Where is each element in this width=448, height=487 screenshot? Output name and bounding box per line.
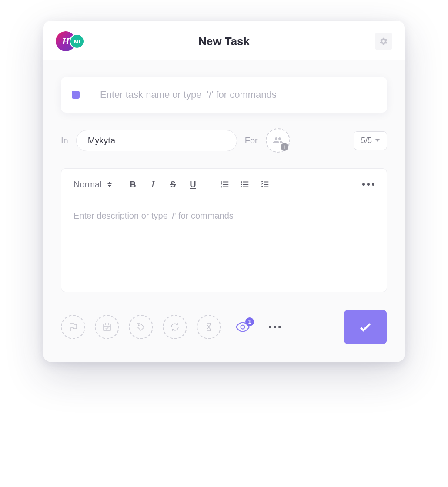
watchers-button[interactable]: 1 [231,315,255,339]
underline-button[interactable]: U [185,177,201,192]
modal-title: New Task [198,35,250,48]
hourglass-icon [204,322,214,332]
svg-point-2 [241,325,245,329]
tag-icon [136,322,146,332]
format-selector[interactable]: Normal [74,180,112,190]
flag-icon [68,322,78,332]
status-square-icon [72,91,80,99]
toolbar-more-button[interactable] [362,183,374,186]
add-assignee-button[interactable]: + [266,128,290,153]
strikethrough-button[interactable]: S [165,177,181,192]
priority-selector[interactable]: 5/5 [354,131,387,150]
plus-icon: + [281,143,288,151]
description-input[interactable] [61,200,387,292]
checklist-button[interactable] [257,177,273,192]
task-name-input[interactable] [90,89,387,100]
recurring-icon [170,322,180,332]
priority-value: 5/5 [361,136,372,145]
tags-button[interactable] [129,315,153,339]
italic-button[interactable]: I [145,177,160,192]
checklist-icon [260,180,270,189]
svg-point-1 [138,325,139,326]
unordered-list-button[interactable] [237,177,253,192]
svg-rect-0 [104,324,110,331]
ordered-list-button[interactable] [217,177,233,192]
for-label: For [245,136,258,146]
sort-icon [107,182,112,187]
check-icon [358,319,373,335]
due-date-button[interactable] [95,315,119,339]
footer-actions: 1 [61,310,387,344]
priority-flag-button[interactable] [61,315,85,339]
location-selector[interactable]: Mykyta [76,130,237,151]
ordered-list-icon [220,180,230,189]
gear-icon [379,37,388,46]
modal-header: H MI New Task [43,21,405,60]
status-indicator-wrapper[interactable] [61,84,90,105]
description-editor: Normal B I S U [61,168,387,292]
meta-row: In Mykyta For + 5/5 [61,128,387,153]
modal-body: In Mykyta For + 5/5 Normal B I S U [43,60,405,362]
user-avatar[interactable]: MI [70,34,84,49]
settings-button[interactable] [375,33,392,50]
footer-more-button[interactable] [264,321,285,333]
bold-button[interactable]: B [125,177,140,192]
editor-toolbar: Normal B I S U [61,169,387,200]
recurring-button[interactable] [163,315,187,339]
new-task-modal: H MI New Task In Mykyta For + 5/5 [43,21,405,362]
caret-down-icon [375,139,380,142]
watchers-count-badge: 1 [245,317,254,326]
unordered-list-icon [240,180,250,189]
calendar-icon [102,322,112,332]
time-estimate-button[interactable] [197,315,221,339]
task-name-row [61,77,387,113]
avatar-group: H MI [56,31,84,51]
format-label: Normal [74,180,101,190]
create-task-button[interactable] [344,310,387,344]
in-label: In [61,136,68,146]
